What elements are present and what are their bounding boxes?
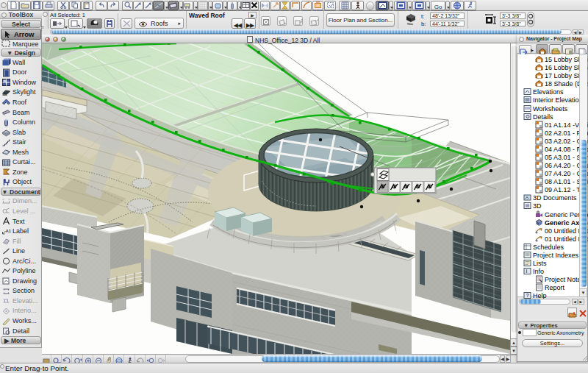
svg-text:?: ? [526,293,529,298]
svg-text:A1: A1 [6,229,12,233]
svg-text:i: i [526,269,528,274]
